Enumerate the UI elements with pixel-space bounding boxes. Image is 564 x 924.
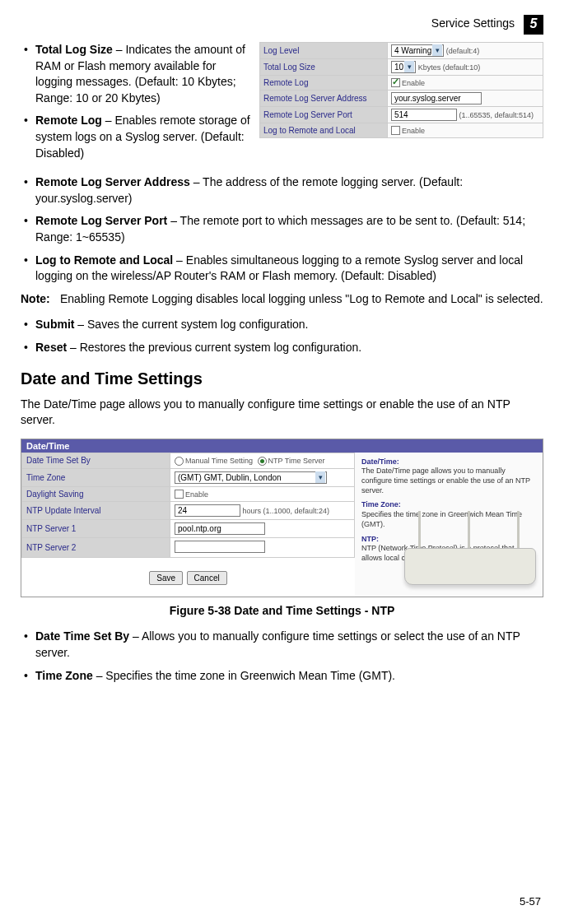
bullet-date-time-set-by: Date Time Set By – Allows you to manuall…: [27, 629, 543, 661]
section-title: Service Settings: [431, 16, 515, 30]
checkbox-label: Enable: [402, 127, 425, 135]
row-label: Time Zone: [22, 468, 170, 486]
row-label: Remote Log Server Address: [260, 91, 388, 107]
help-text: The Date/Time page allows you to manuall…: [361, 467, 530, 494]
suffix: Kbytes (default:10): [416, 63, 480, 72]
desc: – Restores the previous current system l…: [67, 341, 361, 354]
term: Remote Log Server Address: [35, 175, 190, 188]
row-label: Total Log Size: [260, 59, 388, 76]
ntp-time-radio[interactable]: [258, 457, 267, 466]
note-text: Enabling Remote Logging disables local l…: [60, 291, 543, 308]
row-label: Date Time Set By: [22, 453, 170, 468]
bullet-reset: Reset – Restores the previous current sy…: [27, 340, 543, 356]
daylight-saving-checkbox[interactable]: [175, 490, 184, 499]
ntp-server2-input[interactable]: [175, 541, 265, 553]
remote-log-port-input[interactable]: 514: [391, 109, 457, 121]
term: Remote Log Server Port: [35, 214, 167, 227]
bullet-total-log-size: Total Log Size – Indicates the amount of…: [27, 42, 251, 106]
bullet-submit: Submit – Saves the current system log co…: [27, 317, 543, 333]
bullet-log-remote-local: Log to Remote and Local – Enables simult…: [27, 253, 543, 285]
suffix: (default:4): [444, 47, 479, 55]
intro-paragraph: The Date/Time page allows you to manuall…: [21, 397, 543, 429]
checkbox-label: Enable: [185, 490, 208, 499]
term: Reset: [35, 341, 67, 354]
desc: – Saves the current system log configura…: [74, 318, 308, 331]
total-log-size-select[interactable]: 10: [391, 61, 416, 73]
radio-label: Manual Time Setting: [185, 457, 253, 465]
remote-log-checkbox[interactable]: [391, 78, 400, 87]
log-level-select[interactable]: 4 Warning: [391, 44, 444, 57]
help-heading: Date/Time:: [361, 457, 536, 467]
timezone-select[interactable]: (GMT) GMT, Dublin, London: [175, 471, 327, 484]
term: Time Zone: [35, 669, 93, 682]
term: Submit: [35, 318, 74, 331]
row-label: Remote Log Server Port: [260, 107, 388, 123]
help-heading: Time Zone:: [361, 500, 536, 510]
radio-label: NTP Time Server: [268, 457, 325, 465]
remote-log-server-input[interactable]: your.syslog.server: [391, 92, 482, 104]
page-header: Service Settings: [21, 16, 543, 30]
row-label: Remote Log: [260, 76, 388, 91]
log-remote-local-checkbox[interactable]: [391, 126, 400, 135]
suffix: (1..65535, default:514): [457, 111, 534, 119]
datetime-config-screenshot: Date/Time Date Time Set By Manual Time S…: [21, 439, 543, 598]
datetime-header: Date/Time: [21, 439, 543, 453]
bullet-remote-log-addr: Remote Log Server Address – The address …: [27, 174, 543, 207]
desc: – Specifies the time zone in Greenwich M…: [93, 669, 395, 682]
suffix: hours (1..1000, default:24): [240, 507, 329, 515]
row-label: Log to Remote and Local: [260, 123, 388, 138]
bullet-remote-log: Remote Log – Enables remote storage of s…: [27, 113, 251, 161]
figure-caption: Figure 5-38 Date and Time Settings - NTP: [21, 604, 543, 617]
heading-date-time-settings: Date and Time Settings: [21, 369, 543, 388]
ntp-interval-input[interactable]: 24: [175, 504, 240, 517]
syslog-config-screenshot: Log Level 4 Warning (default:4) Total Lo…: [259, 42, 543, 168]
term: Total Log Size: [35, 43, 113, 56]
row-label: NTP Server 2: [22, 538, 170, 558]
chapter-badge: 5: [524, 15, 543, 35]
row-label: Daylight Saving: [22, 486, 170, 502]
checkbox-label: Enable: [402, 79, 425, 87]
manual-time-radio[interactable]: [175, 457, 184, 466]
note: Note: Enabling Remote Logging disables l…: [21, 291, 543, 308]
term: Date Time Set By: [35, 629, 129, 643]
note-label: Note:: [21, 291, 60, 308]
term: Log to Remote and Local: [35, 253, 173, 267]
ntp-server1-input[interactable]: pool.ntp.org: [175, 522, 265, 535]
bullet-time-zone: Time Zone – Specifies the time zone in G…: [27, 668, 543, 685]
row-label: Log Level: [260, 43, 388, 59]
router-image: [371, 518, 536, 592]
cancel-button[interactable]: Cancel: [187, 571, 227, 585]
row-label: NTP Server 1: [22, 520, 170, 538]
save-button[interactable]: Save: [149, 571, 183, 585]
bullet-remote-log-port: Remote Log Server Port – The remote port…: [27, 213, 543, 245]
term: Remote Log: [35, 114, 102, 127]
row-label: NTP Update Interval: [22, 502, 170, 520]
page-number: 5-57: [520, 895, 541, 908]
